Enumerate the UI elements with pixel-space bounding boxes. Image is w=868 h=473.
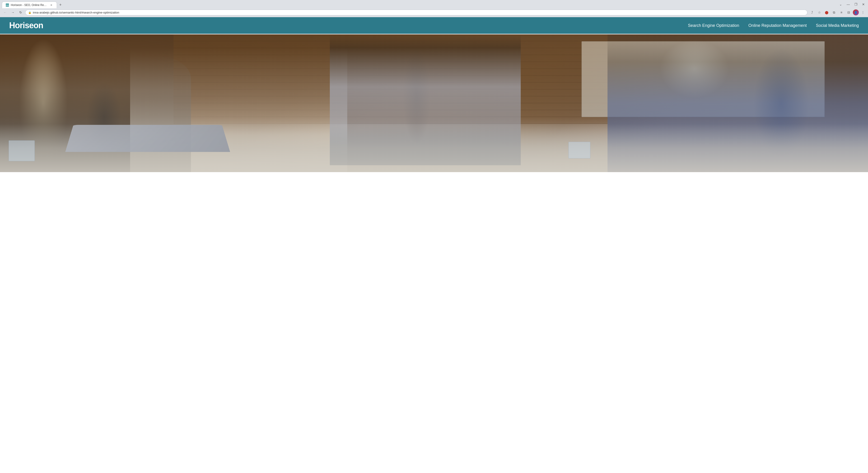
hero-image-inner xyxy=(0,34,868,172)
back-button[interactable]: ← xyxy=(2,9,8,15)
bookmark-button[interactable]: ☆ xyxy=(816,9,823,15)
nav-item-orm[interactable]: Online Reputation Management xyxy=(748,23,807,28)
active-tab[interactable]: Horiseon Horiseon - SEO, Online Reputati… xyxy=(2,2,57,8)
nav-item-seo[interactable]: Search Engine Optimization xyxy=(688,23,739,28)
laptop-prop xyxy=(65,125,230,152)
window-maximize-button[interactable]: ❐ xyxy=(853,2,859,7)
tab-favicon: Horiseon xyxy=(6,3,9,7)
profile-extension-button[interactable]: ⬤ xyxy=(824,9,830,15)
browser-title-bar: Horiseon Horiseon - SEO, Online Reputati… xyxy=(0,0,868,8)
extensions-button[interactable]: ⧉ xyxy=(831,9,837,15)
reload-button[interactable]: ↻ xyxy=(18,9,24,15)
sidebar-button[interactable]: ⊟ xyxy=(845,9,852,15)
forward-button[interactable]: → xyxy=(10,9,16,15)
browser-toolbar: ← → ↻ 🔒 inna-arabejo.github.io/semantic-… xyxy=(0,8,868,17)
share-button[interactable]: ⤴ xyxy=(809,9,815,15)
glass-left-prop xyxy=(9,140,35,161)
hero-image xyxy=(0,34,868,172)
site-header: Horiseon Search Engine Optimization Onli… xyxy=(0,17,868,34)
tab-search-button[interactable]: ≡ xyxy=(838,9,845,15)
site-nav: Search Engine Optimization Online Reputa… xyxy=(688,23,859,28)
window-controls: ⌄ — ❐ ✕ xyxy=(838,2,866,7)
profile-avatar[interactable]: 👤 xyxy=(853,9,859,15)
menu-button[interactable]: ⋮ xyxy=(860,9,866,15)
lock-icon: 🔒 xyxy=(28,11,31,14)
window-restore-button[interactable]: — xyxy=(845,2,851,7)
website-content: Horiseon Search Engine Optimization Onli… xyxy=(0,17,868,172)
window-close-button[interactable]: ✕ xyxy=(861,2,866,7)
browser-chrome: Horiseon Horiseon - SEO, Online Reputati… xyxy=(0,0,868,17)
glass-right-prop xyxy=(568,142,590,158)
tab-bar: Horiseon Horiseon - SEO, Online Reputati… xyxy=(2,1,838,8)
nav-item-smm[interactable]: Social Media Marketing xyxy=(816,23,859,28)
window-minimize-button[interactable]: ⌄ xyxy=(838,2,843,7)
address-bar[interactable]: 🔒 inna-arabejo.github.io/semantic-html/#… xyxy=(25,10,807,15)
new-tab-button[interactable]: + xyxy=(57,1,64,8)
site-logo: Horiseon xyxy=(9,21,43,30)
url-display: inna-arabejo.github.io/semantic-html/#se… xyxy=(33,11,804,14)
toolbar-actions: ⤴ ☆ ⬤ ⧉ ≡ ⊟ 👤 ⋮ xyxy=(809,9,866,15)
tab-close-button[interactable]: ✕ xyxy=(49,3,53,7)
tab-title: Horiseon - SEO, Online Reputati... xyxy=(11,3,48,7)
